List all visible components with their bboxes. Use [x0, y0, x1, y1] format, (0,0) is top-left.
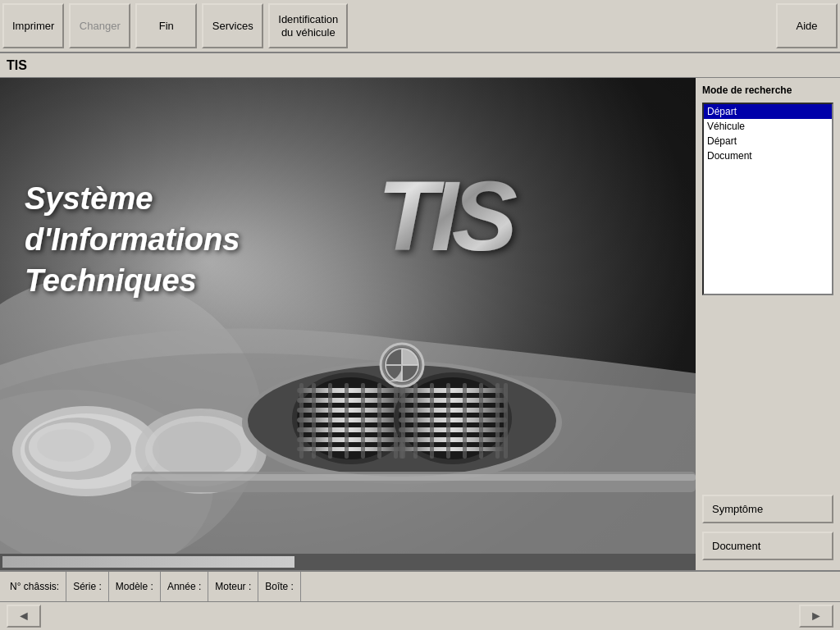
- boite-label: Boîte :: [265, 581, 294, 592]
- annee-field: Année :: [161, 572, 208, 601]
- chassis-field: N° châssis:: [7, 572, 66, 601]
- fin-button[interactable]: Fin: [135, 3, 197, 48]
- identification-button[interactable]: Identification du véhicule: [268, 3, 348, 48]
- moteur-label: Moteur :: [215, 581, 251, 592]
- title-bar: TIS: [0, 53, 840, 78]
- image-area: TIS Système d'Informations Techniques: [0, 78, 696, 570]
- app-title: TIS: [7, 58, 27, 73]
- svg-rect-25: [328, 383, 332, 459]
- modele-label: Modèle :: [116, 581, 153, 592]
- symptome-button[interactable]: Symptôme: [702, 495, 833, 523]
- serie-field: Série :: [66, 572, 109, 601]
- svg-rect-54: [131, 474, 696, 481]
- search-mode-item-document[interactable]: Document: [704, 148, 832, 163]
- serie-label: Série :: [73, 581, 102, 592]
- toolbar-spacer: [350, 0, 774, 52]
- svg-rect-44: [463, 383, 467, 459]
- prev-button[interactable]: ◄: [7, 605, 41, 628]
- main-content: TIS Système d'Informations Techniques Mo…: [0, 78, 840, 570]
- changer-button[interactable]: Changer: [69, 3, 130, 48]
- moteur-field: Moteur :: [208, 572, 258, 601]
- document-button[interactable]: Document: [702, 532, 833, 560]
- svg-rect-42: [430, 383, 434, 459]
- svg-rect-28: [377, 383, 381, 459]
- chassis-label: N° châssis:: [10, 581, 59, 592]
- search-mode-item-depart[interactable]: Départ: [704, 104, 832, 119]
- modele-field: Modèle :: [109, 572, 161, 601]
- next-button[interactable]: ►: [799, 605, 833, 628]
- svg-rect-26: [345, 383, 349, 459]
- svg-rect-40: [401, 383, 405, 459]
- progress-bar-fill: [2, 556, 294, 568]
- services-button[interactable]: Services: [202, 3, 263, 48]
- svg-text:d'Informations: d'Informations: [25, 222, 240, 257]
- svg-text:Système: Système: [25, 181, 153, 216]
- right-panel-spacer: [702, 300, 833, 490]
- svg-point-11: [153, 422, 241, 477]
- svg-rect-47: [504, 383, 508, 459]
- tis-image: TIS Système d'Informations Techniques: [0, 78, 696, 570]
- progress-bar: [0, 554, 696, 570]
- aide-button[interactable]: Aide: [776, 3, 838, 48]
- svg-rect-27: [361, 383, 365, 459]
- nav-bar: ◄ ►: [0, 601, 840, 630]
- status-bar: N° châssis: Série : Modèle : Année : Mot…: [0, 570, 840, 601]
- boite-field: Boîte :: [258, 572, 301, 601]
- svg-text:TIS: TIS: [377, 161, 517, 271]
- search-mode-item-depart2[interactable]: Départ: [704, 134, 832, 148]
- search-mode-item-vehicule[interactable]: Véhicule: [704, 119, 832, 134]
- svg-rect-24: [312, 383, 316, 459]
- search-mode-list[interactable]: Départ Véhicule Départ Document: [702, 103, 833, 295]
- svg-text:Techniques: Techniques: [25, 263, 197, 298]
- svg-rect-45: [479, 383, 483, 459]
- svg-rect-23: [299, 383, 304, 459]
- svg-rect-46: [495, 383, 500, 459]
- svg-rect-43: [446, 383, 450, 459]
- imprimer-button[interactable]: Imprimer: [2, 3, 64, 48]
- svg-rect-41: [413, 383, 418, 459]
- annee-label: Année :: [167, 581, 201, 592]
- toolbar: Imprimer Changer Fin Services Identifica…: [0, 0, 840, 53]
- right-panel: Mode de recherche Départ Véhicule Départ…: [696, 78, 840, 570]
- svg-point-8: [37, 429, 94, 462]
- search-mode-label: Mode de recherche: [702, 84, 833, 96]
